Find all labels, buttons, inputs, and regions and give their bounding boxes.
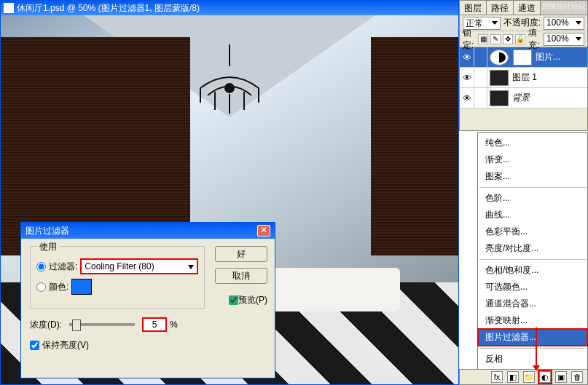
opacity-value: 100%	[546, 17, 569, 28]
photo-filter-body: 使用 过滤器: Cooling Filter (80) 颜色: 浓度(D): 5…	[21, 239, 275, 363]
layer-row[interactable]: 👁 图层 1	[460, 68, 587, 88]
layer-row[interactable]: 👁 图片...	[460, 47, 587, 68]
visibility-icon[interactable]: 👁	[460, 47, 474, 67]
density-unit: %	[170, 319, 178, 330]
opacity-select[interactable]: 100%	[544, 17, 584, 30]
link-cell[interactable]	[474, 47, 487, 67]
layers-panel: 思缘设计论坛 图层 路径 通道 正常 不透明度: 100% 锁定: ▦ ✎ ✥ …	[459, 0, 588, 131]
preview-checkbox[interactable]	[229, 295, 238, 305]
document-titlebar[interactable]: 休闲厅1.psd @ 50% (图片过滤器1, 图层蒙版/8)	[1, 1, 458, 15]
layer-name[interactable]: 图片...	[534, 51, 587, 63]
fx-icon[interactable]: fx	[491, 371, 503, 383]
lock-brush-icon[interactable]: ✎	[490, 34, 501, 44]
adjustment-menu-item[interactable]: 渐变映射...	[478, 312, 587, 329]
visibility-icon[interactable]: 👁	[460, 68, 474, 87]
density-slider[interactable]	[69, 323, 135, 326]
preserve-row: 保持亮度(V)	[30, 339, 266, 352]
photo-filter-use-group: 使用 过滤器: Cooling Filter (80) 颜色:	[30, 246, 205, 309]
adjustment-menu: 纯色...渐变...图案...色阶...曲线...色彩平衡...亮度/对比度..…	[477, 132, 588, 385]
fill-value: 100%	[546, 33, 569, 44]
filter-select[interactable]: Cooling Filter (80)	[80, 258, 198, 274]
preserve-luminosity-checkbox[interactable]	[30, 341, 39, 350]
link-cell[interactable]	[474, 68, 487, 87]
canvas-chandelier	[186, 44, 273, 132]
use-group-label: 使用	[36, 241, 60, 253]
layers-list: 👁 图片... 👁 图层 1 👁 背景	[460, 47, 587, 108]
adjustment-menu-item[interactable]: 色阶...	[478, 190, 587, 207]
visibility-icon[interactable]: 👁	[460, 88, 474, 108]
layer-thumb-icon[interactable]	[490, 70, 509, 86]
new-adjustment-icon[interactable]: ◐	[539, 371, 551, 383]
layer-name[interactable]: 背景	[511, 92, 587, 104]
layer-row[interactable]: 👁 背景	[460, 88, 587, 108]
tab-paths[interactable]: 路径	[487, 1, 514, 15]
filter-row: 过滤器: Cooling Filter (80)	[36, 258, 198, 274]
color-row: 颜色:	[36, 279, 198, 295]
photo-filter-title: 图片过滤器	[26, 225, 69, 237]
lock-fill-row: 锁定: ▦ ✎ ✥ 🔒 填充: 100%	[460, 31, 587, 47]
photo-filter-buttons: 好 取消	[215, 246, 267, 284]
adjustment-thumb-icon[interactable]	[490, 49, 509, 66]
blend-mode-select[interactable]: 正常	[463, 17, 501, 30]
tab-layers[interactable]: 图层	[460, 1, 487, 15]
layer-name[interactable]: 图层 1	[511, 71, 587, 84]
annotation-arrow	[536, 328, 537, 370]
menu-separator	[479, 348, 586, 349]
density-row: 浓度(D): 5 %	[30, 317, 205, 332]
fill-select[interactable]: 100%	[544, 33, 584, 46]
photo-filter-dialog: 图片过滤器 ✕ 使用 过滤器: Cooling Filter (80) 颜色: …	[20, 222, 275, 378]
filter-label: 过滤器:	[49, 261, 77, 273]
photo-filter-titlebar[interactable]: 图片过滤器 ✕	[21, 223, 275, 239]
density-label: 浓度(D):	[30, 319, 62, 331]
preview-row: 预览(P)	[229, 294, 267, 306]
menu-separator	[479, 187, 586, 188]
layers-panel-footer: fx ◧ 📁 ◐ ▣ 🗑	[459, 369, 588, 385]
mask-icon[interactable]: ◧	[507, 371, 519, 383]
preview-label: 预览(P)	[238, 294, 267, 306]
filter-radio[interactable]	[36, 262, 46, 271]
layers-panel-tabs: 图层 路径 通道	[460, 1, 587, 15]
mask-thumb-icon[interactable]	[513, 49, 532, 66]
adjustment-menu-item[interactable]: 色相/饱和度...	[478, 262, 587, 279]
folder-icon[interactable]: 📁	[523, 371, 535, 383]
lock-all-icon[interactable]: 🔒	[515, 34, 525, 44]
canvas-wood-right	[371, 37, 458, 255]
color-radio[interactable]	[36, 282, 46, 292]
adjustment-menu-item[interactable]: 图片过滤器...	[478, 329, 587, 346]
svg-point-1	[225, 84, 234, 92]
adjustment-menu-item[interactable]: 渐变...	[478, 151, 587, 168]
link-cell[interactable]	[474, 88, 487, 108]
cancel-button[interactable]: 取消	[215, 268, 267, 284]
density-value[interactable]: 5	[142, 317, 167, 332]
close-icon[interactable]: ✕	[257, 225, 270, 237]
adjustment-menu-item[interactable]: 色彩平衡...	[478, 223, 587, 240]
adjustment-menu-item[interactable]: 曲线...	[478, 207, 587, 223]
layer-thumb-icon[interactable]	[490, 90, 509, 106]
ok-button[interactable]: 好	[215, 246, 267, 262]
color-label: 颜色:	[49, 281, 68, 293]
fill-label: 填充:	[528, 27, 541, 52]
adjustment-menu-item[interactable]: 可选颜色...	[478, 279, 587, 295]
lock-move-icon[interactable]: ✥	[503, 34, 513, 44]
blend-opacity-row: 正常 不透明度: 100%	[460, 15, 587, 31]
new-layer-icon[interactable]: ▣	[555, 371, 567, 383]
adjustment-menu-item[interactable]: 图案...	[478, 168, 587, 185]
blend-mode-value: 正常	[466, 18, 483, 28]
lock-transparent-icon[interactable]: ▦	[478, 34, 488, 44]
menu-separator	[479, 259, 586, 260]
lock-icons: ▦ ✎ ✥ 🔒	[478, 34, 525, 44]
preserve-luminosity-label: 保持亮度(V)	[42, 339, 89, 352]
color-swatch[interactable]	[71, 279, 92, 295]
adjustment-menu-item[interactable]: 通道混合器...	[478, 295, 587, 312]
document-title: 休闲厅1.psd @ 50% (图片过滤器1, 图层蒙版/8)	[17, 2, 200, 15]
filter-select-value: Cooling Filter (80)	[85, 261, 154, 271]
adjustment-menu-item[interactable]: 亮度/对比度...	[478, 240, 587, 257]
adjustment-menu-item[interactable]: 纯色...	[478, 135, 587, 151]
tab-channels[interactable]: 通道	[514, 1, 541, 15]
trash-icon[interactable]: 🗑	[571, 371, 583, 383]
document-icon	[4, 3, 14, 13]
